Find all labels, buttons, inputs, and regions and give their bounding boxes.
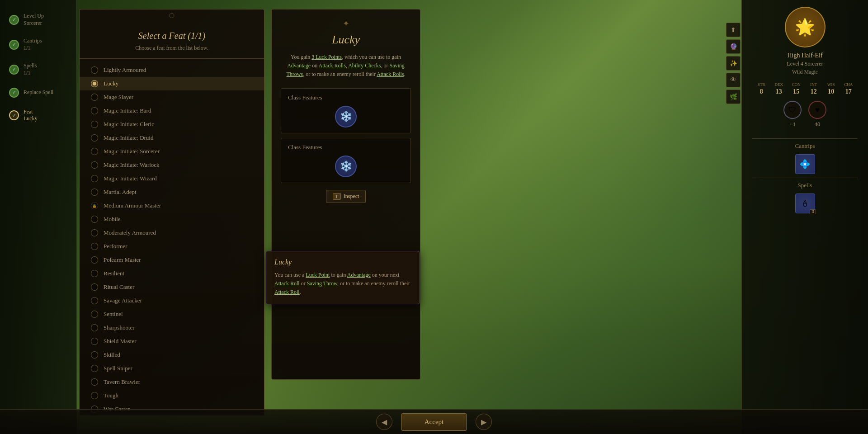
class-feature-label-1: Class Features	[288, 94, 322, 101]
spells-section-title: Spells	[798, 182, 812, 189]
side-nav-sparkle[interactable]: ✨	[726, 56, 741, 71]
feat-list-item-12[interactable]: Moderately Armoured	[80, 226, 264, 240]
feat-list-item-7[interactable]: Magic Initiate: Warlock	[80, 158, 264, 172]
feat-name-15: Resilient	[104, 270, 124, 277]
feat-list-item-0[interactable]: Lightly Armoured	[80, 63, 264, 77]
feat-list-item-21[interactable]: Skilled	[80, 348, 264, 362]
bottom-bar: ◀ Accept ▶	[0, 409, 868, 434]
feat-list-item-14[interactable]: Polearm Master	[80, 253, 264, 267]
stat-col-str: STR8	[753, 82, 770, 95]
step-label-level-up: Level Up Sorcerer	[24, 13, 44, 27]
side-nav-eye[interactable]: 👁	[726, 73, 741, 87]
feat-name-1: Lucky	[104, 80, 118, 87]
tooltip-saving-throw: Saving Throw	[307, 280, 337, 287]
feat-list-item-17[interactable]: Savage Attacker	[80, 294, 264, 307]
cantrips-row: 💠	[788, 154, 822, 174]
accept-button[interactable]: Accept	[401, 413, 467, 431]
side-nav-leaf[interactable]: 🌿	[726, 90, 741, 104]
tooltip-attack-roll-2: Attack Roll	[274, 289, 300, 295]
feat-name-9: Martial Adept	[104, 189, 137, 196]
feat-list-item-19[interactable]: Sharpshooter	[80, 321, 264, 335]
feat-name-18: Sentinel	[104, 311, 123, 318]
feat-list-item-3[interactable]: Magic Initiate: Bard	[80, 104, 264, 118]
feat-radio-6	[91, 148, 98, 155]
tooltip-title: Lucky	[274, 258, 411, 266]
cantrip-icon-1[interactable]: 💠	[795, 154, 815, 174]
feat-name-17: Savage Attacker	[104, 297, 142, 304]
class-feature-icon-2: ❄️	[335, 156, 357, 177]
feat-list-item-20[interactable]: Shield Master	[80, 335, 264, 348]
feat-name-3: Magic Initiate: Bard	[104, 107, 151, 114]
class-feature-label-2: Class Features	[288, 144, 322, 151]
char-class-level: Level 4 Sorcerer	[787, 61, 823, 67]
feat-list-item-1[interactable]: Lucky	[80, 77, 264, 90]
step-check-spells: ✓	[9, 65, 19, 75]
feat-list-item-11[interactable]: Mobile	[80, 212, 264, 226]
feat-detail-panel: ✦ Lucky You gain 3 Luck Points, which yo…	[271, 9, 420, 380]
step-check-level-up: ✓	[9, 15, 19, 25]
step-replace-spell: ✓Replace Spell	[7, 84, 70, 101]
feat-list-item-15[interactable]: Resilient	[80, 267, 264, 280]
stat-label-wis: WIS	[827, 82, 835, 87]
step-level-up: ✓Level Up Sorcerer	[7, 9, 70, 30]
stat-label-str: STR	[758, 82, 765, 87]
feat-list-item-9[interactable]: Martial Adept	[80, 185, 264, 199]
feat-list-item-8[interactable]: Magic Initiate: Wizard	[80, 172, 264, 185]
feat-name-6: Magic Initiate: Sorcerer	[104, 148, 160, 155]
feat-list-item-16[interactable]: Ritual Caster	[80, 280, 264, 294]
feat-name-4: Magic Initiate: Cleric	[104, 121, 154, 128]
cantrips-section-title: Cantrips	[795, 142, 815, 150]
step-cantrips: ✓Cantrips 1/1	[7, 34, 70, 55]
tooltip-advantage: Advantage	[347, 272, 371, 278]
feat-list-item-23[interactable]: Tavern Brawler	[80, 375, 264, 389]
feat-list-item-18[interactable]: Sentinel	[80, 307, 264, 321]
feat-radio-8	[91, 175, 98, 182]
feat-panel-header: Select a Feat (1/1) Choose a feat from t…	[80, 22, 264, 59]
stat-label-con: CON	[792, 82, 801, 87]
feat-name-19: Sharpshooter	[104, 324, 135, 331]
stats-grid: STR8DEX13CON15INT12WIS10CHA17	[746, 82, 863, 95]
spell-icon-1[interactable]: 🕯 II	[795, 193, 815, 213]
stat-col-cha: CHA17	[840, 82, 857, 95]
step-check-feat: ✓	[9, 110, 19, 120]
stat-label-dex: DEX	[775, 82, 783, 87]
feat-list-item-22[interactable]: Spell Sniper	[80, 362, 264, 375]
char-vitals: 🛡 +1 ♥ 40	[783, 101, 826, 128]
ability-checks-highlight: Ability Checks	[348, 62, 381, 69]
char-emblem-icon: 🌟	[785, 7, 826, 47]
feat-radio-22	[91, 365, 98, 372]
step-label-feat: Feat Lucky	[24, 108, 38, 123]
tooltip-text: You can use a Luck Point to gain Advanta…	[274, 271, 411, 297]
feat-radio-14	[91, 256, 98, 264]
advantage-highlight: Advantage	[287, 62, 311, 69]
feat-name-21: Skilled	[104, 351, 120, 359]
feat-list-item-6[interactable]: Magic Initiate: Sorcerer	[80, 145, 264, 158]
feat-list-item-24[interactable]: Tough	[80, 389, 264, 402]
nav-next-button[interactable]: ▶	[476, 414, 492, 430]
side-nav-top[interactable]: ⬆	[726, 23, 741, 37]
feat-list-item-13[interactable]: Performer	[80, 240, 264, 253]
stat-label-cha: CHA	[844, 82, 853, 87]
feat-list-item-5[interactable]: Magic Initiate: Druid	[80, 131, 264, 145]
feat-list-item-2[interactable]: Mage Slayer	[80, 90, 264, 104]
ac-icon: 🛡	[783, 101, 802, 119]
feat-radio-11	[91, 216, 98, 223]
feat-list-item-10[interactable]: Medium Armour Master	[80, 199, 264, 212]
feat-name-10: Medium Armour Master	[104, 202, 161, 209]
divider-2	[752, 178, 858, 178]
feat-list[interactable]: Lightly ArmouredLuckyMage SlayerMagic In…	[80, 59, 264, 416]
feat-selection-panel: ⬡ Select a Feat (1/1) Choose a feat from…	[79, 9, 264, 416]
attack-rolls-highlight: Attack Rolls	[318, 62, 345, 69]
stat-value-str: 8	[760, 88, 763, 95]
step-spells: ✓Spells 1/1	[7, 59, 70, 80]
stat-value-int: 12	[811, 88, 817, 95]
step-label-cantrips: Cantrips 1/1	[24, 38, 42, 52]
hp-vital: ♥ 40	[808, 101, 826, 128]
side-nav-magic[interactable]: 🔮	[726, 39, 741, 54]
stat-col-int: INT12	[806, 82, 822, 95]
feat-list-item-4[interactable]: Magic Initiate: Cleric	[80, 118, 264, 131]
divider-1	[752, 138, 858, 139]
stat-value-cha: 17	[845, 88, 852, 95]
nav-prev-button[interactable]: ◀	[376, 414, 392, 430]
inspect-button[interactable]: T Inspect	[326, 190, 366, 203]
